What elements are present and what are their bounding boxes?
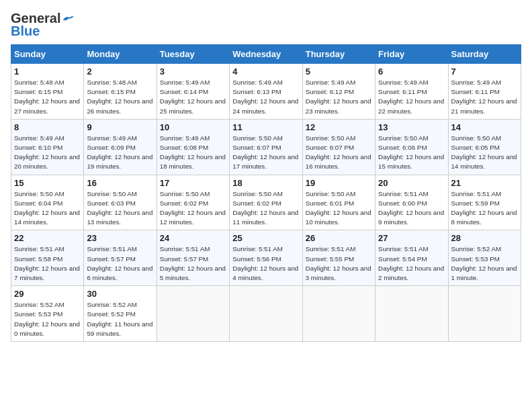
calendar-day-cell: 18Sunrise: 5:50 AMSunset: 6:02 PMDayligh…	[230, 175, 302, 230]
day-number: 30	[87, 289, 153, 299]
day-number: 18	[232, 178, 299, 188]
day-detail: Sunrise: 5:51 AMSunset: 5:56 PMDaylight:…	[232, 244, 299, 283]
day-number: 23	[87, 233, 153, 243]
calendar-day-cell	[302, 286, 375, 342]
day-detail: Sunrise: 5:48 AMSunset: 6:15 PMDaylight:…	[87, 78, 153, 116]
calendar-day-cell: 10Sunrise: 5:49 AMSunset: 6:08 PMDayligh…	[157, 119, 229, 175]
day-number: 19	[306, 178, 372, 188]
calendar-day-cell: 23Sunrise: 5:51 AMSunset: 5:57 PMDayligh…	[84, 230, 157, 286]
calendar-day-cell: 15Sunrise: 5:50 AMSunset: 6:04 PMDayligh…	[11, 175, 84, 230]
day-number: 9	[87, 122, 153, 132]
day-detail: Sunrise: 5:49 AMSunset: 6:11 PMDaylight:…	[451, 78, 518, 116]
calendar-day-cell: 29Sunrise: 5:52 AMSunset: 5:53 PMDayligh…	[11, 286, 84, 342]
calendar-day-cell: 7Sunrise: 5:49 AMSunset: 6:11 PMDaylight…	[448, 64, 521, 120]
day-detail: Sunrise: 5:50 AMSunset: 6:06 PMDaylight:…	[378, 134, 445, 172]
logo-bird-icon	[62, 14, 74, 24]
day-number: 15	[14, 178, 81, 188]
calendar-day-cell: 25Sunrise: 5:51 AMSunset: 5:56 PMDayligh…	[230, 230, 302, 286]
calendar-day-cell: 20Sunrise: 5:51 AMSunset: 6:00 PMDayligh…	[375, 175, 448, 230]
day-detail: Sunrise: 5:50 AMSunset: 6:05 PMDaylight:…	[451, 134, 518, 172]
calendar-day-cell: 1Sunrise: 5:48 AMSunset: 6:15 PMDaylight…	[11, 64, 84, 120]
day-number: 25	[232, 233, 299, 243]
day-number: 1	[14, 66, 81, 77]
weekday-header-saturday: Saturday	[448, 45, 521, 64]
calendar-day-cell	[375, 286, 448, 342]
logo: General Blue	[11, 11, 74, 39]
calendar-week-row: 22Sunrise: 5:51 AMSunset: 5:58 PMDayligh…	[11, 230, 521, 286]
day-detail: Sunrise: 5:48 AMSunset: 6:15 PMDaylight:…	[14, 78, 81, 116]
day-detail: Sunrise: 5:51 AMSunset: 5:55 PMDaylight:…	[306, 244, 372, 283]
calendar-day-cell: 5Sunrise: 5:49 AMSunset: 6:12 PMDaylight…	[302, 64, 375, 120]
calendar-week-row: 8Sunrise: 5:49 AMSunset: 6:10 PMDaylight…	[11, 119, 521, 175]
calendar-day-cell: 16Sunrise: 5:50 AMSunset: 6:03 PMDayligh…	[84, 175, 157, 230]
day-detail: Sunrise: 5:50 AMSunset: 6:04 PMDaylight:…	[14, 189, 81, 228]
day-detail: Sunrise: 5:50 AMSunset: 6:07 PMDaylight:…	[232, 134, 299, 172]
calendar-day-cell: 8Sunrise: 5:49 AMSunset: 6:10 PMDaylight…	[11, 119, 84, 175]
calendar-week-row: 29Sunrise: 5:52 AMSunset: 5:53 PMDayligh…	[11, 286, 521, 342]
day-number: 28	[451, 233, 518, 243]
logo-blue: Blue	[11, 24, 40, 39]
day-detail: Sunrise: 5:51 AMSunset: 5:54 PMDaylight:…	[378, 244, 445, 283]
day-number: 12	[306, 122, 372, 132]
calendar-day-cell: 14Sunrise: 5:50 AMSunset: 6:05 PMDayligh…	[448, 119, 521, 175]
day-number: 11	[232, 122, 299, 132]
day-detail: Sunrise: 5:50 AMSunset: 6:02 PMDaylight:…	[232, 189, 299, 228]
calendar-week-row: 1Sunrise: 5:48 AMSunset: 6:15 PMDaylight…	[11, 64, 521, 120]
calendar-table: SundayMondayTuesdayWednesdayThursdayFrid…	[11, 44, 521, 342]
calendar-day-cell: 2Sunrise: 5:48 AMSunset: 6:15 PMDaylight…	[84, 64, 157, 120]
calendar-day-cell	[230, 286, 302, 342]
calendar-day-cell: 28Sunrise: 5:52 AMSunset: 5:53 PMDayligh…	[448, 230, 521, 286]
calendar-day-cell: 26Sunrise: 5:51 AMSunset: 5:55 PMDayligh…	[302, 230, 375, 286]
day-number: 4	[232, 66, 299, 77]
day-detail: Sunrise: 5:50 AMSunset: 6:03 PMDaylight:…	[87, 189, 153, 228]
day-detail: Sunrise: 5:49 AMSunset: 6:13 PMDaylight:…	[232, 78, 299, 116]
day-number: 14	[451, 122, 518, 132]
calendar-day-cell: 21Sunrise: 5:51 AMSunset: 5:59 PMDayligh…	[448, 175, 521, 230]
calendar-day-cell: 27Sunrise: 5:51 AMSunset: 5:54 PMDayligh…	[375, 230, 448, 286]
day-detail: Sunrise: 5:49 AMSunset: 6:14 PMDaylight:…	[160, 78, 226, 116]
calendar-week-row: 15Sunrise: 5:50 AMSunset: 6:04 PMDayligh…	[11, 175, 521, 230]
calendar-day-cell: 3Sunrise: 5:49 AMSunset: 6:14 PMDaylight…	[157, 64, 229, 120]
calendar-day-cell: 9Sunrise: 5:49 AMSunset: 6:09 PMDaylight…	[84, 119, 157, 175]
calendar-day-cell: 4Sunrise: 5:49 AMSunset: 6:13 PMDaylight…	[230, 64, 302, 120]
day-number: 6	[378, 66, 445, 77]
day-number: 7	[451, 66, 518, 77]
page-header: General Blue	[11, 11, 521, 39]
calendar-day-cell: 12Sunrise: 5:50 AMSunset: 6:07 PMDayligh…	[302, 119, 375, 175]
calendar-day-cell	[448, 286, 521, 342]
calendar-day-cell: 19Sunrise: 5:50 AMSunset: 6:01 PMDayligh…	[302, 175, 375, 230]
calendar-day-cell: 24Sunrise: 5:51 AMSunset: 5:57 PMDayligh…	[157, 230, 229, 286]
day-detail: Sunrise: 5:51 AMSunset: 5:59 PMDaylight:…	[451, 189, 518, 228]
day-number: 13	[378, 122, 445, 132]
calendar-day-cell	[157, 286, 229, 342]
day-detail: Sunrise: 5:50 AMSunset: 6:02 PMDaylight:…	[160, 189, 226, 228]
day-number: 2	[87, 66, 153, 77]
day-number: 26	[306, 233, 372, 243]
day-detail: Sunrise: 5:52 AMSunset: 5:52 PMDaylight:…	[87, 300, 153, 338]
day-detail: Sunrise: 5:51 AMSunset: 5:57 PMDaylight:…	[87, 244, 153, 283]
day-number: 22	[14, 233, 81, 243]
calendar-day-cell: 6Sunrise: 5:49 AMSunset: 6:11 PMDaylight…	[375, 64, 448, 120]
day-detail: Sunrise: 5:49 AMSunset: 6:10 PMDaylight:…	[14, 134, 81, 172]
day-number: 16	[87, 178, 153, 188]
day-detail: Sunrise: 5:51 AMSunset: 6:00 PMDaylight:…	[378, 189, 445, 228]
calendar-day-cell: 11Sunrise: 5:50 AMSunset: 6:07 PMDayligh…	[230, 119, 302, 175]
weekday-header-thursday: Thursday	[302, 45, 375, 64]
day-number: 27	[378, 233, 445, 243]
day-number: 21	[451, 178, 518, 188]
calendar-day-cell: 22Sunrise: 5:51 AMSunset: 5:58 PMDayligh…	[11, 230, 84, 286]
day-detail: Sunrise: 5:49 AMSunset: 6:12 PMDaylight:…	[306, 78, 372, 116]
day-number: 17	[160, 178, 226, 188]
day-number: 3	[160, 66, 226, 77]
weekday-header-tuesday: Tuesday	[157, 45, 229, 64]
weekday-header-sunday: Sunday	[11, 45, 84, 64]
day-detail: Sunrise: 5:51 AMSunset: 5:57 PMDaylight:…	[160, 244, 226, 283]
weekday-header-wednesday: Wednesday	[230, 45, 302, 64]
calendar-day-cell: 30Sunrise: 5:52 AMSunset: 5:52 PMDayligh…	[84, 286, 157, 342]
day-detail: Sunrise: 5:49 AMSunset: 6:11 PMDaylight:…	[378, 78, 445, 116]
weekday-header-row: SundayMondayTuesdayWednesdayThursdayFrid…	[11, 45, 521, 64]
weekday-header-monday: Monday	[84, 45, 157, 64]
day-detail: Sunrise: 5:50 AMSunset: 6:01 PMDaylight:…	[306, 189, 372, 228]
weekday-header-friday: Friday	[375, 45, 448, 64]
calendar-day-cell: 13Sunrise: 5:50 AMSunset: 6:06 PMDayligh…	[375, 119, 448, 175]
